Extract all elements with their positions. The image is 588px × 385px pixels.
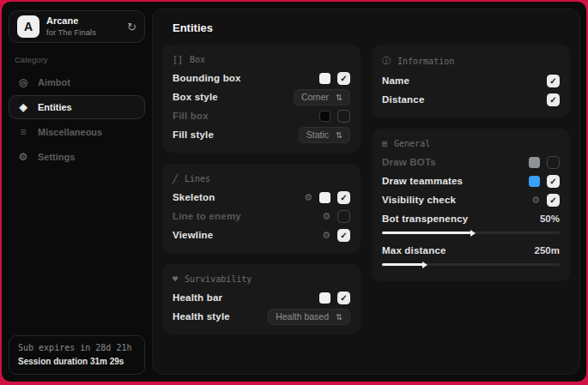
check-icon: ✓ xyxy=(549,196,556,205)
session-duration-text: Session duration 31m 29s xyxy=(18,355,136,369)
row-visibility-check: Visibility check ⚙ ✓ xyxy=(382,190,560,209)
page-title: Entities xyxy=(173,21,570,34)
draw-teammates-checkbox[interactable]: ✓ xyxy=(547,175,560,188)
check-icon: ✓ xyxy=(549,95,556,105)
chevron-updown-icon: ⇅ xyxy=(336,130,342,140)
row-label: Health style xyxy=(173,311,268,322)
row-bounding-box: Bounding box ✓ xyxy=(173,69,350,87)
color-swatch[interactable] xyxy=(319,111,330,122)
row-viewline: Viewline ⚙ ✓ xyxy=(173,226,350,244)
row-bot-transparency: Bot transpenency 50% xyxy=(382,209,560,228)
gear-icon[interactable]: ⚙ xyxy=(322,211,330,222)
row-skeleton: Skeleton ⚙ ✓ xyxy=(173,188,350,207)
sidebar-spacer xyxy=(9,170,145,335)
distance-checkbox[interactable]: ✓ xyxy=(547,93,560,106)
sidebar: A Arcane for The Finals ↻ Category ◎ Aim… xyxy=(2,2,152,382)
row-label: Line to enemy xyxy=(173,211,322,221)
row-label: Bot transpenency xyxy=(382,214,540,224)
card-survivability-header: ♥ Survivability xyxy=(173,274,350,284)
check-icon: ✓ xyxy=(340,74,347,83)
color-swatch[interactable] xyxy=(319,73,330,84)
box-style-dropdown[interactable]: Corner ⇅ xyxy=(294,89,350,105)
row-health-bar: Health bar ✓ xyxy=(173,288,350,307)
right-column: ⓘ Information Name ✓ Distance ✓ xyxy=(372,45,570,281)
crosshair-icon: ◎ xyxy=(17,76,29,88)
row-label: Bounding box xyxy=(173,73,319,83)
grid-icon: ⊞ xyxy=(382,139,387,148)
fill-box-checkbox[interactable] xyxy=(337,110,350,123)
row-draw-teammates: Draw teammates ✓ xyxy=(382,171,560,190)
card-survivability: ♥ Survivability Health bar ✓ Health styl… xyxy=(162,264,361,334)
sidebar-item-miscellaneous[interactable]: ≡ Miscellaneous xyxy=(9,120,145,144)
fill-style-dropdown[interactable]: Static ⇅ xyxy=(299,127,350,143)
dropdown-value: Static xyxy=(306,129,329,140)
gear-icon[interactable]: ⚙ xyxy=(304,192,312,203)
subscription-status: Sub expires in 28d 21h Session duration … xyxy=(9,335,145,375)
row-label: Health bar xyxy=(173,292,319,303)
card-title: General xyxy=(394,139,430,148)
color-swatch[interactable] xyxy=(529,157,540,168)
left-column: [] Box Bounding box ✓ Box style Corner xyxy=(162,45,361,334)
card-lines-header: ╱ Lines xyxy=(173,174,350,183)
check-icon: ✓ xyxy=(549,76,556,86)
row-fill-box: Fill box xyxy=(173,106,350,125)
name-checkbox[interactable]: ✓ xyxy=(547,75,560,87)
gear-icon[interactable]: ⚙ xyxy=(322,230,330,241)
refresh-icon[interactable]: ↻ xyxy=(127,21,136,33)
row-health-style: Health style Health based ⇅ xyxy=(173,307,350,326)
viewline-checkbox[interactable]: ✓ xyxy=(337,229,350,242)
card-information-header: ⓘ Information xyxy=(382,55,560,67)
sidebar-item-aimbot[interactable]: ◎ Aimbot xyxy=(9,70,145,94)
row-label: Fill style xyxy=(173,129,299,140)
gear-icon[interactable]: ⚙ xyxy=(531,195,540,206)
sidebar-item-entities[interactable]: ◈ Entities xyxy=(9,95,145,119)
visibility-check-checkbox[interactable]: ✓ xyxy=(547,194,560,207)
slider-fill[interactable] xyxy=(382,263,423,266)
row-label: Viewline xyxy=(173,230,322,240)
line-icon: ╱ xyxy=(173,174,178,183)
app-header: A Arcane for The Finals ↻ xyxy=(9,10,145,43)
card-box: [] Box Bounding box ✓ Box style Corner xyxy=(162,45,361,153)
skeleton-checkbox[interactable]: ✓ xyxy=(337,191,350,204)
card-general: ⊞ General Draw BOTs Draw teammates xyxy=(372,129,570,281)
row-box-style: Box style Corner ⇅ xyxy=(173,87,350,106)
check-icon: ✓ xyxy=(340,193,347,202)
health-bar-checkbox[interactable]: ✓ xyxy=(337,292,350,304)
dropdown-value: Health based xyxy=(276,311,329,322)
color-swatch[interactable] xyxy=(529,176,540,187)
row-distance: Distance ✓ xyxy=(382,90,560,109)
app-title: Arcane xyxy=(46,15,120,27)
sidebar-item-label: Aimbot xyxy=(38,77,70,87)
row-label: Box style xyxy=(173,92,294,102)
sidebar-item-label: Miscellaneous xyxy=(38,127,102,137)
check-icon: ✓ xyxy=(340,293,347,303)
sliders-icon: ≡ xyxy=(17,126,29,138)
draw-bots-checkbox[interactable] xyxy=(547,156,560,169)
line-to-enemy-checkbox[interactable] xyxy=(337,210,350,223)
row-label: Name xyxy=(382,75,547,86)
gear-icon: ⚙ xyxy=(17,151,29,163)
box-icon: [] xyxy=(173,55,183,64)
slider-value: 50% xyxy=(540,214,560,224)
heart-icon: ♥ xyxy=(173,274,178,284)
bot-transparency-slider[interactable] xyxy=(382,232,560,234)
chevron-updown-icon: ⇅ xyxy=(336,312,342,322)
max-distance-slider[interactable] xyxy=(382,263,560,266)
card-information: ⓘ Information Name ✓ Distance ✓ xyxy=(372,45,570,117)
sidebar-item-settings[interactable]: ⚙ Settings xyxy=(9,145,145,169)
info-icon: ⓘ xyxy=(382,55,391,67)
row-line-to-enemy: Line to enemy ⚙ xyxy=(173,207,350,226)
color-swatch[interactable] xyxy=(319,192,330,203)
row-label: Fill box xyxy=(173,111,319,121)
bounding-box-checkbox[interactable]: ✓ xyxy=(337,72,350,85)
sidebar-item-label: Entities xyxy=(38,102,72,112)
app-meta: Arcane for The Finals xyxy=(46,15,120,38)
row-max-distance: Max distance 250m xyxy=(382,241,560,260)
health-style-dropdown[interactable]: Health based ⇅ xyxy=(268,309,350,325)
slider-value: 250m xyxy=(535,245,560,256)
slider-fill[interactable] xyxy=(382,232,471,234)
row-fill-style: Fill style Static ⇅ xyxy=(173,125,350,144)
color-swatch[interactable] xyxy=(319,292,330,304)
dropdown-value: Corner xyxy=(301,92,329,102)
row-label: Draw teammates xyxy=(382,176,529,186)
